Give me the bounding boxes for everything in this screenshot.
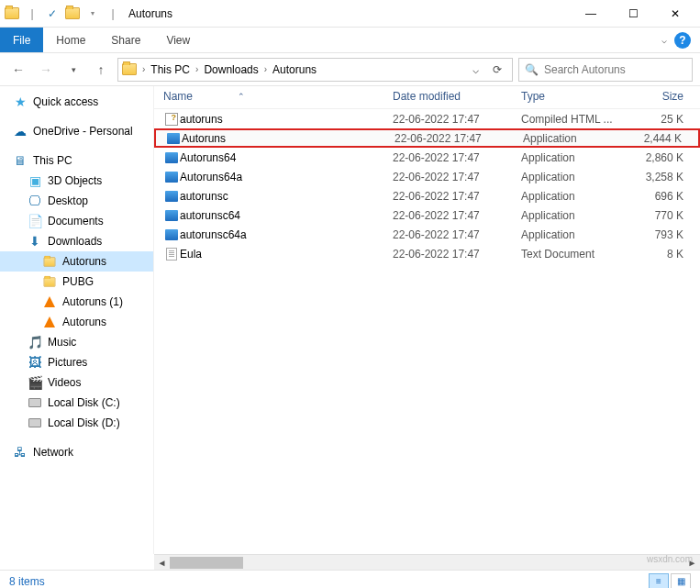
qat-dropdown-icon[interactable]: ▾ xyxy=(84,6,101,22)
file-date: 22-06-2022 17:47 xyxy=(393,228,521,241)
sort-arrow-icon: ⌃ xyxy=(238,92,245,101)
file-size: 696 K xyxy=(637,190,694,203)
breadcrumb-autoruns[interactable]: Autoruns xyxy=(272,63,317,76)
nav-downloads[interactable]: ⬇Downloads xyxy=(0,231,153,251)
network-icon: 🖧 xyxy=(13,445,28,460)
details-view-button[interactable]: ≡ xyxy=(649,573,669,589)
chevron-right-icon[interactable]: › xyxy=(264,64,267,74)
column-date[interactable]: Date modified xyxy=(393,90,521,103)
file-date: 22-06-2022 17:47 xyxy=(393,190,521,203)
file-date: 22-06-2022 17:47 xyxy=(393,209,521,222)
file-type-icon xyxy=(163,229,180,240)
tab-share[interactable]: Share xyxy=(98,29,153,51)
thumbnails-view-button[interactable]: ▦ xyxy=(671,573,691,589)
nav-pubg-folder[interactable]: PUBG xyxy=(0,272,153,292)
videos-icon: 🎬 xyxy=(28,375,42,390)
file-date: 22-06-2022 17:47 xyxy=(394,132,523,145)
nav-disk-c[interactable]: Local Disk (C:) xyxy=(0,393,153,413)
nav-music[interactable]: 🎵Music xyxy=(0,332,153,352)
cloud-icon: ☁ xyxy=(13,124,28,139)
nav-onedrive[interactable]: ☁OneDrive - Personal xyxy=(0,121,153,141)
up-button[interactable]: ↑ xyxy=(90,59,112,81)
chevron-right-icon[interactable]: › xyxy=(142,64,145,74)
title-bar: | ✓ ▾ | Autoruns — ☐ ✕ xyxy=(0,0,700,28)
breadcrumb-downloads[interactable]: Downloads xyxy=(204,63,258,76)
download-icon: ⬇ xyxy=(28,234,42,249)
nav-desktop[interactable]: 🖵Desktop xyxy=(0,191,153,211)
nav-videos[interactable]: 🎬Videos xyxy=(0,372,153,393)
maximize-button[interactable]: ☐ xyxy=(612,0,654,28)
file-row[interactable]: Autoruns22-06-2022 17:47Application2,444… xyxy=(154,128,700,148)
recent-dropdown[interactable]: ▾ xyxy=(62,59,84,81)
address-dropdown-icon[interactable]: ⌵ xyxy=(464,63,486,76)
file-row[interactable]: autorunsc22-06-2022 17:47Application696 … xyxy=(154,186,700,205)
file-name: Eula xyxy=(180,248,393,261)
file-type: Text Document xyxy=(521,248,637,261)
search-input[interactable]: 🔍 Search Autoruns xyxy=(518,58,693,82)
status-bar: 8 items ≡ ▦ xyxy=(0,570,700,588)
file-name: Autoruns xyxy=(182,132,394,145)
nav-autoruns-file[interactable]: Autoruns xyxy=(0,312,153,332)
horizontal-scrollbar[interactable]: ◄ ► xyxy=(154,554,700,570)
file-name: autorunsc64 xyxy=(180,209,393,222)
column-size[interactable]: Size xyxy=(637,90,694,103)
column-name[interactable]: Name⌃ xyxy=(163,90,393,103)
nav-3d-objects[interactable]: ▣3D Objects xyxy=(0,171,153,191)
check-icon[interactable]: ✓ xyxy=(44,6,61,22)
scroll-thumb[interactable] xyxy=(170,557,243,569)
file-type-icon xyxy=(163,210,180,221)
nav-network[interactable]: 🖧Network xyxy=(0,442,153,462)
file-date: 22-06-2022 17:47 xyxy=(393,151,521,164)
tab-home[interactable]: Home xyxy=(43,29,98,51)
file-row[interactable]: Autoruns6422-06-2022 17:47Application2,8… xyxy=(154,148,700,167)
drive-icon xyxy=(28,416,42,430)
file-rows: autoruns22-06-2022 17:47Compiled HTML ..… xyxy=(154,109,700,554)
file-type: Application xyxy=(521,171,637,183)
watermark: wsxdn.com xyxy=(647,554,693,564)
breadcrumb-box[interactable]: › This PC › Downloads › Autoruns ⌵ ⟳ xyxy=(117,58,513,82)
breadcrumb-root[interactable]: This PC xyxy=(150,63,190,76)
monitor-icon: 🖥 xyxy=(13,153,28,168)
cube-icon: ▣ xyxy=(28,173,42,188)
scroll-track[interactable] xyxy=(170,555,684,571)
file-size: 3,258 K xyxy=(637,171,694,183)
forward-button[interactable]: → xyxy=(35,59,57,81)
ribbon-expand-icon[interactable]: ⌵ xyxy=(661,35,667,45)
nav-autoruns-folder[interactable]: Autoruns xyxy=(0,251,153,272)
nav-autoruns1-file[interactable]: Autoruns (1) xyxy=(0,292,153,312)
refresh-button[interactable]: ⟳ xyxy=(486,63,508,76)
file-type: Application xyxy=(521,190,637,203)
search-placeholder: Search Autoruns xyxy=(544,63,626,76)
chevron-right-icon[interactable]: › xyxy=(195,64,198,74)
nav-quick-access[interactable]: ★Quick access xyxy=(0,92,153,112)
back-button[interactable]: ← xyxy=(7,59,29,81)
file-row[interactable]: autorunsc6422-06-2022 17:47Application77… xyxy=(154,205,700,225)
file-type-icon xyxy=(163,191,180,202)
file-type-icon xyxy=(163,248,180,261)
column-headers: Name⌃ Date modified Type Size xyxy=(154,86,700,109)
file-row[interactable]: autoruns22-06-2022 17:47Compiled HTML ..… xyxy=(154,109,700,128)
desktop-icon: 🖵 xyxy=(28,194,42,208)
window-title: Autoruns xyxy=(128,7,172,20)
file-row[interactable]: autorunsc64a22-06-2022 17:47Application7… xyxy=(154,225,700,244)
file-type-icon xyxy=(165,133,182,144)
tab-file[interactable]: File xyxy=(0,28,43,52)
column-type[interactable]: Type xyxy=(521,90,637,103)
file-type-icon xyxy=(163,172,180,183)
file-size: 770 K xyxy=(637,209,694,222)
tab-view[interactable]: View xyxy=(153,29,203,51)
scroll-left-button[interactable]: ◄ xyxy=(154,555,170,571)
file-row[interactable]: Autoruns64a22-06-2022 17:47Application3,… xyxy=(154,167,700,186)
music-icon: 🎵 xyxy=(28,335,42,349)
close-button[interactable]: ✕ xyxy=(654,0,696,28)
qat-separator: | xyxy=(24,6,40,22)
nav-documents[interactable]: 📄Documents xyxy=(0,211,153,231)
nav-disk-d[interactable]: Local Disk (D:) xyxy=(0,413,153,433)
folder-icon xyxy=(42,254,57,269)
nav-pictures[interactable]: 🖼Pictures xyxy=(0,352,153,372)
nav-this-pc[interactable]: 🖥This PC xyxy=(0,150,153,171)
minimize-button[interactable]: — xyxy=(570,0,612,28)
file-type-icon xyxy=(163,152,180,163)
help-icon[interactable]: ? xyxy=(674,32,691,49)
file-row[interactable]: Eula22-06-2022 17:47Text Document8 K xyxy=(154,244,700,263)
